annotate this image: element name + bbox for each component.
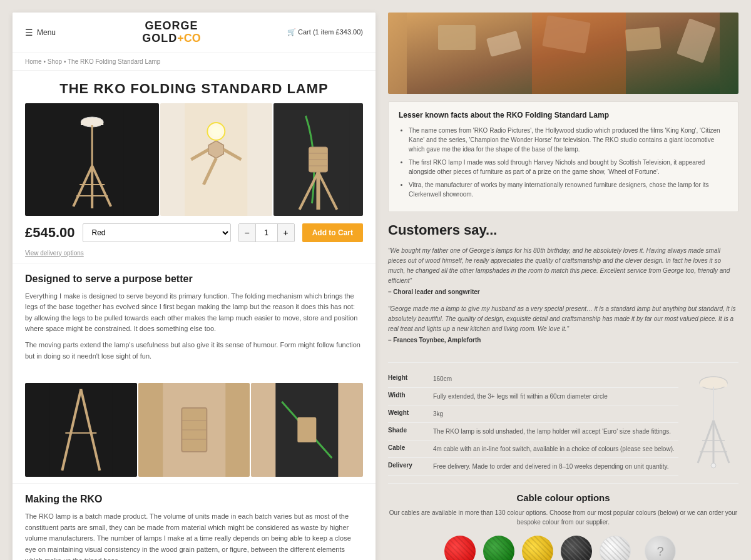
- menu-label: Menu: [37, 28, 56, 37]
- spec-value-shade: The RKO lamp is sold unshaded, the lamp …: [433, 427, 671, 436]
- right-photo-svg: [388, 13, 738, 94]
- customers-say-section: Customers say... "We bought my father on…: [388, 220, 738, 355]
- color-option-yellow: Yellow: [522, 536, 553, 560]
- svg-rect-35: [298, 417, 317, 442]
- svg-rect-24: [49, 383, 112, 477]
- review-1: "We bought my father one of George's lam…: [388, 246, 738, 295]
- customers-say-title: Customers say...: [388, 222, 738, 238]
- color-yellow[interactable]: [522, 536, 553, 560]
- product-images: [13, 103, 376, 216]
- color-white[interactable]: [600, 536, 631, 560]
- fact-3: Vitra, the manufacturer of works by many…: [409, 180, 728, 199]
- site-header: ☰ Menu GEORGE GOLD+CO 🛒 Cart (1 item £34…: [13, 13, 376, 53]
- logo-co: CO: [184, 32, 201, 44]
- making-section: Making the RKO The RKO lamp is a batch m…: [13, 483, 376, 560]
- add-to-cart-button[interactable]: Add to Cart: [302, 223, 363, 242]
- fact-1: The name comes from 'RKO Radio Pictures'…: [409, 126, 728, 154]
- spec-label-weight: Weight: [388, 409, 426, 419]
- right-panel: Lesser known facts about the RKO Folding…: [388, 13, 738, 560]
- svg-line-47: [713, 420, 729, 463]
- spec-value-cable: 4m cable with an in-line foot switch, av…: [433, 444, 675, 454]
- breadcrumb-shop[interactable]: Shop: [48, 58, 62, 65]
- spec-label-width: Width: [388, 392, 426, 401]
- breadcrumb: Home • Shop • The RKO Folding Standard L…: [13, 53, 376, 71]
- facts-title: Lesser known facts about the RKO Folding…: [399, 111, 728, 120]
- color-black[interactable]: [561, 536, 592, 560]
- spec-row-width: Width Fully extended, the 3+ legs will f…: [388, 388, 678, 405]
- color-custom[interactable]: ?: [645, 536, 676, 560]
- spec-label-shade: Shade: [388, 427, 426, 436]
- color-red[interactable]: [444, 536, 476, 560]
- product-image-secondary: [160, 103, 272, 216]
- spec-row-delivery: Delivery Free delivery. Made to order an…: [388, 458, 678, 476]
- lamp-image-1: [25, 103, 159, 216]
- lamp-image-3: [273, 103, 363, 216]
- svg-rect-40: [625, 27, 662, 52]
- review-1-text: "We bought my father one of George's lam…: [388, 246, 738, 286]
- svg-point-15: [212, 126, 222, 136]
- purpose-heading: Designed to serve a purpose better: [25, 273, 363, 285]
- hamburger-icon: ☰: [25, 28, 33, 38]
- logo-george: GEORGE: [142, 20, 201, 33]
- lamp-illustration: [688, 370, 738, 476]
- svg-rect-44: [700, 383, 727, 387]
- svg-marker-10: [209, 141, 224, 158]
- color-green[interactable]: [483, 536, 514, 560]
- qty-increase-button[interactable]: +: [278, 224, 294, 242]
- color-select[interactable]: Red Green Yellow Black White: [83, 223, 231, 242]
- breadcrumb-home[interactable]: Home: [25, 58, 42, 65]
- color-option-red: Red: [444, 536, 476, 560]
- spec-row-height: Height 160cm: [388, 370, 678, 388]
- gallery-image-3: [251, 383, 363, 477]
- facts-box: Lesser known facts about the RKO Folding…: [388, 101, 738, 212]
- specs-wrapper: Height 160cm Width Fully extended, the 3…: [388, 362, 738, 476]
- svg-point-51: [711, 463, 716, 468]
- svg-rect-42: [532, 13, 626, 94]
- gallery-row-1: [13, 383, 376, 477]
- spec-row-cable: Cable 4m cable with an in-line foot swit…: [388, 440, 678, 458]
- purpose-text-1: Everything I make is designed to serve b…: [25, 291, 363, 335]
- svg-rect-37: [438, 25, 476, 50]
- review-2-author: – Frances Toynbee, Ampleforth: [388, 337, 738, 344]
- product-image-third: [273, 103, 363, 216]
- svg-line-46: [698, 420, 713, 463]
- review-2-text: "George made me a lamp to give my husban…: [388, 304, 738, 334]
- qty-input[interactable]: [255, 224, 278, 242]
- facts-list: The name comes from 'RKO Radio Pictures'…: [399, 126, 728, 199]
- review-2: "George made me a lamp to give my husban…: [388, 304, 738, 344]
- spec-value-delivery: Free delivery. Made to order and deliver…: [433, 462, 669, 471]
- cart-info[interactable]: 🛒 Cart (1 item £343.00): [287, 28, 363, 36]
- cable-title: Cable colour options: [388, 492, 738, 503]
- left-panel: ☰ Menu GEORGE GOLD+CO 🛒 Cart (1 item £34…: [13, 13, 376, 560]
- lamp-image-2: [160, 103, 272, 216]
- delivery-link[interactable]: View delivery options: [13, 250, 376, 263]
- right-top-photo: [388, 13, 738, 94]
- gallery-image-2: [138, 383, 250, 477]
- specs-table: Height 160cm Width Fully extended, the 3…: [388, 370, 678, 476]
- price-section: £545.00 Red Green Yellow Black White − +…: [13, 216, 376, 250]
- spec-label-height: Height: [388, 374, 426, 384]
- logo-gold: GOLD: [142, 32, 177, 44]
- product-image-main: [25, 103, 159, 216]
- qty-controls: − +: [238, 223, 295, 242]
- fact-2: The first RKO lamp I made was sold throu…: [409, 158, 728, 176]
- qty-decrease-button[interactable]: −: [239, 224, 255, 242]
- breadcrumb-current: The RKO Folding Standard Lamp: [68, 58, 160, 65]
- spec-value-weight: 3kg: [433, 409, 443, 419]
- spec-value-width: Fully extended, the 3+ legs will fit wit…: [433, 392, 608, 401]
- spec-row-weight: Weight 3kg: [388, 405, 678, 423]
- spec-row-shade: Shade The RKO lamp is sold unshaded, the…: [388, 423, 678, 440]
- spec-value-height: 160cm: [433, 374, 452, 384]
- color-option-white: White: [600, 536, 631, 560]
- price: £545.00: [25, 225, 75, 241]
- purpose-section: Designed to serve a purpose better Every…: [13, 263, 376, 377]
- making-text-1: The RKO lamp is a batch made product. Th…: [25, 511, 363, 560]
- page-wrapper: ☰ Menu GEORGE GOLD+CO 🛒 Cart (1 item £34…: [13, 13, 738, 560]
- product-title-section: THE RKO FOLDING STANDARD LAMP: [13, 71, 376, 103]
- menu-toggle[interactable]: ☰ Menu: [25, 28, 56, 38]
- color-option-green: Green: [483, 536, 514, 560]
- purpose-text-2: The moving parts extend the lamp's usefu…: [25, 340, 363, 362]
- cart-text: Cart (1 item £343.00): [298, 28, 363, 36]
- color-option-black: Black: [561, 536, 592, 560]
- spec-label-cable: Cable: [388, 444, 426, 454]
